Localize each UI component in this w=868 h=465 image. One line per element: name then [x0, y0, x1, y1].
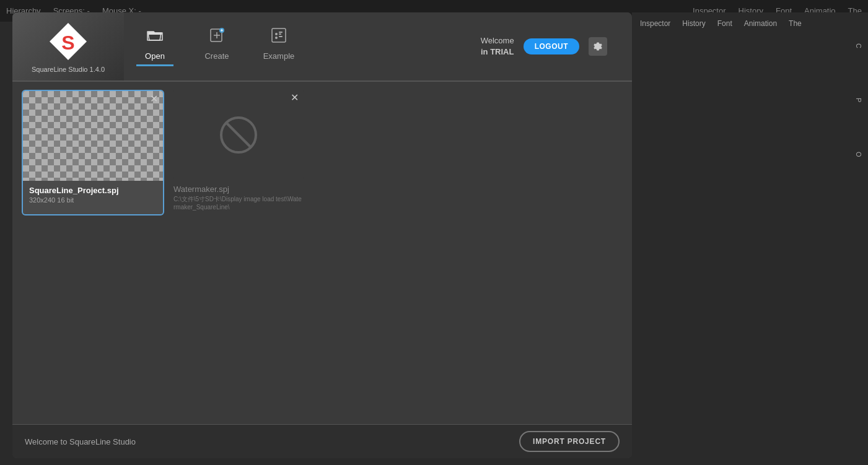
svg-line-15	[226, 122, 252, 148]
tab-example-label: Example	[263, 51, 295, 61]
right-panel-labels: C P O	[855, 43, 862, 157]
broken-thumbnail-watermaker: ✕	[173, 90, 304, 180]
tabs-area: Open Create	[124, 12, 632, 80]
project-meta-squareline: 320x240 16 bit	[29, 196, 157, 204]
project-thumbnail-squareline: ✕	[23, 91, 163, 181]
project-info-squareline: SquareLine_Project.spj 320x240 16 bit	[23, 181, 163, 209]
font-panel-tab[interactable]: Font	[712, 17, 737, 30]
tab-create-label: Create	[204, 51, 229, 61]
right-label-o: O	[855, 152, 862, 157]
svg-rect-11	[279, 33, 281, 35]
the-panel-tab[interactable]: The	[784, 17, 807, 30]
trial-label: in TRIAL	[481, 47, 514, 56]
project-card-watermaker[interactable]: ✕ Watermaker.spj C:\文件\5寸SD卡\Display ima…	[173, 90, 304, 215]
close-squareline-btn[interactable]: ✕	[150, 94, 158, 104]
open-icon	[146, 27, 164, 48]
broken-info-watermaker: Watermaker.spj C:\文件\5寸SD卡\Display image…	[173, 180, 304, 215]
settings-button[interactable]	[589, 37, 607, 56]
content-body: ✕ SquareLine_Project.spj 320x240 16 bit …	[12, 80, 632, 424]
project-name-squareline: SquareLine_Project.spj	[29, 186, 157, 195]
example-icon	[270, 27, 287, 48]
dialog-header: S SquareLine Studio 1.4.0 Open	[12, 12, 632, 80]
import-project-button[interactable]: IMPORT PROJECT	[519, 431, 620, 452]
tab-open-label: Open	[145, 51, 165, 61]
welcome-area: Welcome in TRIAL LOGOUT	[481, 35, 620, 58]
svg-text:S: S	[61, 32, 74, 54]
svg-rect-13	[279, 36, 283, 37]
dialog-footer: Welcome to SquareLine Studio IMPORT PROJ…	[12, 424, 632, 458]
tab-example[interactable]: Example	[260, 27, 297, 66]
project-card-squareline[interactable]: ✕ SquareLine_Project.spj 320x240 16 bit	[22, 90, 164, 215]
svg-rect-10	[279, 32, 283, 33]
tab-create[interactable]: Create	[198, 27, 235, 66]
right-panel-tabs: Inspector History Font Animation The	[632, 12, 868, 34]
tab-open[interactable]: Open	[136, 27, 173, 66]
inspector-panel-tab[interactable]: Inspector	[635, 17, 675, 30]
logout-button[interactable]: LOGOUT	[524, 38, 579, 54]
svg-point-9	[275, 33, 278, 35]
history-panel-tab[interactable]: History	[677, 17, 710, 30]
broken-name-watermaker: Watermaker.spj	[173, 185, 304, 194]
logo-area: S SquareLine Studio 1.4.0	[12, 12, 124, 80]
app-logo: S	[46, 20, 90, 63]
app-name-label: SquareLine Studio 1.4.0	[32, 66, 105, 73]
broken-path-watermaker: C:\文件\5寸SD卡\Display image load test\Wate…	[173, 195, 304, 211]
svg-rect-8	[272, 28, 286, 42]
right-label-c: C	[855, 43, 862, 48]
footer-welcome-text: Welcome to SquareLine Studio	[25, 437, 136, 446]
svg-point-12	[275, 37, 278, 39]
close-watermaker-btn[interactable]: ✕	[291, 93, 299, 103]
animation-panel-tab[interactable]: Animation	[739, 17, 782, 30]
dialog-panel: S SquareLine Studio 1.4.0 Open	[12, 12, 632, 458]
create-icon	[208, 27, 226, 48]
right-label-p: P	[855, 98, 862, 102]
welcome-text: Welcome in TRIAL	[481, 35, 514, 58]
